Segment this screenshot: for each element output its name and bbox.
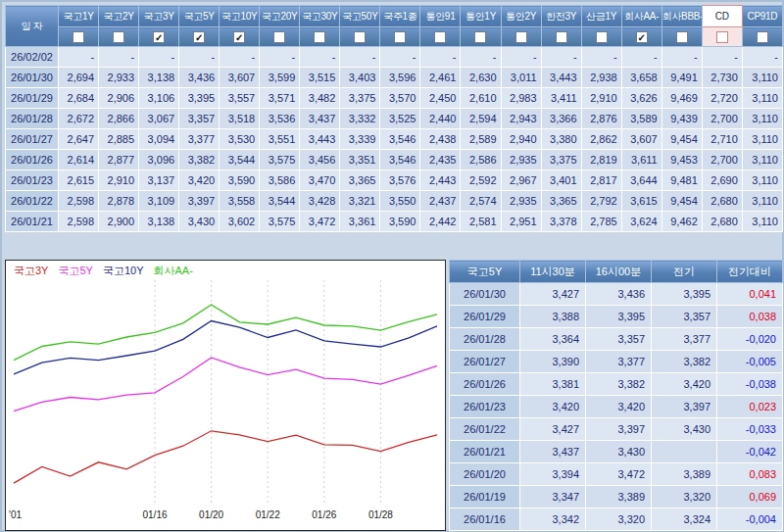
column-checkbox-15[interactable]: [676, 31, 688, 43]
rate-value-cell: 2,700: [702, 150, 742, 170]
column-header-1[interactable]: 국고2Y: [99, 6, 139, 27]
detail-row-4[interactable]: 26/01/263,3813,3823,420-0,038: [450, 373, 783, 396]
rates-date-cell: 26/01/30: [6, 68, 59, 88]
detail-diff-cell: -0,005: [717, 351, 783, 373]
column-checkbox-3[interactable]: ✓: [193, 31, 205, 43]
rate-value-cell: 3,375: [340, 88, 380, 109]
detail-date-cell: 26/01/21: [450, 441, 520, 463]
rates-row-4[interactable]: 26/01/272,6472,8853,0943,3773,5303,5513,…: [6, 129, 783, 150]
column-header-3[interactable]: 국고5Y: [179, 6, 220, 27]
column-checkbox-12[interactable]: [556, 31, 567, 43]
rate-value-cell: 2,647: [59, 129, 99, 150]
column-checkbox-cell-8: [380, 27, 420, 47]
rate-value-cell: 3,558: [220, 191, 260, 212]
rate-value-cell: 2,614: [59, 150, 99, 170]
column-checkbox-1[interactable]: [113, 31, 124, 43]
column-checkbox-4[interactable]: ✓: [233, 31, 245, 43]
column-header-7[interactable]: 국고50Y: [340, 6, 380, 27]
column-header-14[interactable]: 회사AA-: [621, 6, 662, 27]
column-checkbox-5[interactable]: [273, 31, 285, 43]
rates-row-5[interactable]: 26/01/262,6142,8773,0963,3823,5443,5753,…: [6, 150, 783, 170]
column-checkbox-6[interactable]: [314, 31, 325, 43]
rates-row-6[interactable]: 26/01/232,6152,9103,1373,4203,5903,5863,…: [6, 170, 783, 191]
rate-value-cell: 2,684: [59, 88, 99, 109]
rates-row-1[interactable]: 26/01/302,6942,9333,1383,4363,6073,5993,…: [6, 68, 783, 88]
column-header-16[interactable]: CD: [702, 6, 742, 27]
column-checkbox-9[interactable]: [434, 31, 446, 43]
rate-value-cell: -: [260, 47, 300, 68]
rate-value-cell: 2,940: [501, 129, 541, 150]
rate-value-cell: 2,586: [461, 150, 501, 170]
column-checkbox-7[interactable]: [354, 31, 366, 43]
rates-row-3[interactable]: 26/01/282,6722,8663,0673,3573,5183,5363,…: [6, 109, 783, 129]
detail-row-10[interactable]: 26/01/163,3423,3203,324-0,004: [450, 508, 783, 531]
rate-value-cell: 3,658: [621, 68, 662, 88]
rate-value-cell: 3,590: [220, 170, 260, 191]
detail-prev-cell: 3,382: [652, 351, 717, 373]
rate-value-cell: 3,361: [340, 212, 380, 232]
column-header-12[interactable]: 한전3Y: [541, 6, 581, 27]
column-header-4[interactable]: 국고10Y: [220, 6, 260, 27]
column-header-5[interactable]: 국고20Y: [260, 6, 300, 27]
column-header-2[interactable]: 국고3Y: [139, 6, 179, 27]
column-header-10[interactable]: 통안1Y: [461, 6, 501, 27]
column-header-15[interactable]: 회사BBB-: [662, 6, 702, 27]
column-checkbox-10[interactable]: [474, 31, 486, 43]
chart-legend: 국고3Y국고5Y국고10Y회사AA-: [14, 264, 203, 278]
rates-row-7[interactable]: 26/01/222,5982,8783,1093,3973,5583,5443,…: [6, 191, 783, 212]
column-checkbox-17[interactable]: [757, 31, 768, 43]
detail-1130-cell: 3,381: [520, 373, 586, 396]
rate-value-cell: 2,598: [59, 191, 99, 212]
rate-value-cell: 2,910: [99, 170, 139, 191]
column-checkbox-11[interactable]: [515, 31, 527, 43]
rate-value-cell: 3,607: [621, 129, 662, 150]
rate-value-cell: 3,380: [541, 129, 581, 150]
detail-row-0[interactable]: 26/01/303,4273,4363,3950,041: [450, 283, 783, 306]
column-header-13[interactable]: 산금1Y: [581, 6, 621, 27]
detail-row-9[interactable]: 26/01/193,3473,3893,3200,069: [450, 486, 783, 508]
detail-1130-cell: 3,347: [520, 486, 586, 508]
column-header-6[interactable]: 국고30Y: [300, 6, 340, 27]
detail-row-7[interactable]: 26/01/213,4373,430-0,042: [450, 441, 783, 463]
rates-row-2[interactable]: 26/01/292,6842,9063,1063,3953,5573,5713,…: [6, 88, 783, 109]
column-header-0[interactable]: 국고1Y: [59, 6, 99, 27]
detail-row-8[interactable]: 26/01/203,3943,4723,3890,083: [450, 463, 783, 486]
column-checkbox-2[interactable]: ✓: [153, 31, 165, 43]
legend-item-0: 국고3Y: [14, 265, 48, 276]
rate-value-cell: 3,611: [621, 150, 662, 170]
column-header-9[interactable]: 통안91: [420, 6, 461, 27]
rates-date-cell: 26/01/22: [6, 191, 59, 212]
detail-1130-cell: 3,427: [520, 283, 586, 306]
column-checkbox-8[interactable]: [394, 31, 406, 43]
rates-row-8[interactable]: 26/01/212,5982,9003,1383,4303,6023,5753,…: [6, 212, 783, 232]
rate-value-cell: 3,397: [179, 191, 220, 212]
rate-value-cell: 3,557: [220, 88, 260, 109]
rate-value-cell: 3,586: [260, 170, 300, 191]
rate-value-cell: 3,551: [260, 129, 300, 150]
rate-value-cell: 2,730: [702, 68, 742, 88]
detail-header-row: 국고5Y11시30분16시00분전기전기대비: [450, 261, 783, 283]
column-checkbox-0[interactable]: [73, 31, 84, 43]
column-header-11[interactable]: 통안2Y: [501, 6, 541, 27]
rate-value-cell: 3,518: [220, 109, 260, 129]
column-header-17[interactable]: CP91D: [742, 6, 782, 27]
column-header-8[interactable]: 국주1종: [380, 6, 420, 27]
column-checkbox-16[interactable]: [716, 31, 728, 43]
rates-row-0[interactable]: 26/02/02------------------: [6, 47, 783, 68]
rate-value-cell: -: [461, 47, 501, 68]
detail-diff-cell: -0,004: [717, 508, 783, 531]
rate-value-cell: 9,491: [662, 68, 702, 88]
column-checkbox-14[interactable]: ✓: [636, 31, 648, 43]
detail-row-1[interactable]: 26/01/293,3883,3953,3570,038: [450, 306, 783, 328]
rate-value-cell: 3,339: [340, 129, 380, 150]
rate-value-cell: 2,442: [420, 212, 461, 232]
detail-prev-cell: 3,389: [652, 463, 717, 486]
rate-value-cell: 3,546: [380, 150, 420, 170]
column-checkbox-13[interactable]: [596, 31, 608, 43]
rate-value-cell: 3,544: [220, 150, 260, 170]
detail-row-3[interactable]: 26/01/273,3903,3773,382-0,005: [450, 351, 783, 373]
detail-row-2[interactable]: 26/01/283,3643,3573,377-0,020: [450, 328, 783, 351]
rate-value-cell: 3,644: [621, 170, 662, 191]
detail-row-6[interactable]: 26/01/223,4273,3973,430-0,033: [450, 418, 783, 441]
detail-row-5[interactable]: 26/01/233,4203,4203,3970,023: [450, 396, 783, 418]
